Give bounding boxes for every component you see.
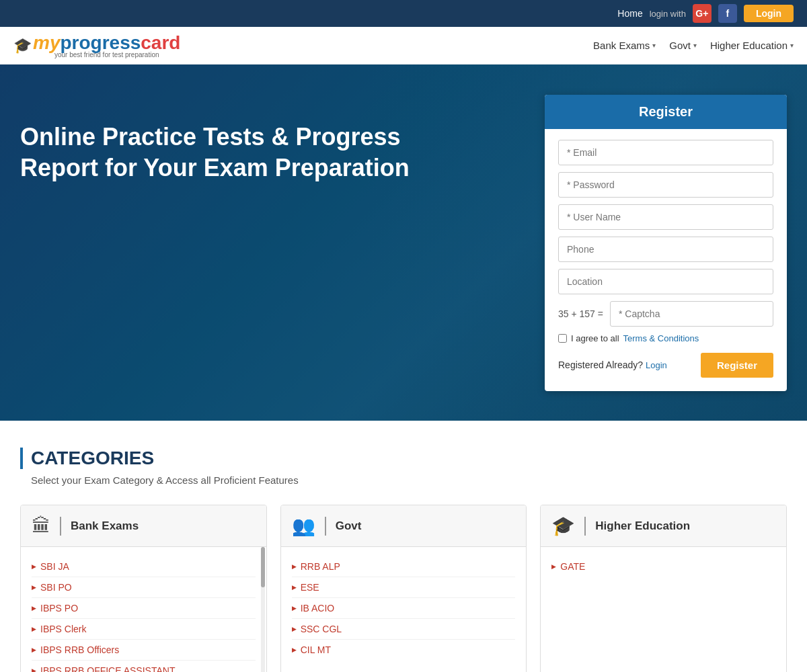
category-divider-2 (584, 517, 586, 536)
hero-section: Online Practice Tests & Progress Report … (0, 65, 807, 421)
email-field[interactable] (558, 140, 773, 165)
terms-prefix: I agree to all (571, 333, 619, 343)
categories-section: CATEGORIES Select your Exam Category & A… (0, 421, 807, 672)
already-text: Registered Already? Login (558, 360, 667, 370)
terms-checkbox[interactable] (558, 334, 567, 343)
terms-row: I agree to all Terms & Conditions (558, 333, 773, 343)
location-field[interactable] (558, 269, 773, 294)
category-body-0: SBI JASBI POIBPS POIBPS ClerkIBPS RRB Of… (21, 547, 266, 672)
list-item[interactable]: SBI PO (32, 577, 256, 598)
home-link[interactable]: Home (617, 8, 642, 19)
category-card-2: 🎓 Higher Education GATE (540, 505, 787, 672)
google-login-button[interactable]: G+ (693, 4, 712, 23)
category-icon-0: 🏛 (32, 515, 50, 537)
category-icon-1: 👥 (292, 515, 315, 537)
categories-subtitle: Select your Exam Category & Access all P… (20, 474, 787, 486)
list-item[interactable]: GATE (551, 556, 775, 577)
list-item[interactable]: ESE (292, 577, 516, 598)
captcha-equation: 35 + 157 = (558, 308, 603, 319)
already-registered-row: Registered Already? Login Register (558, 353, 773, 378)
category-list-2: GATE (541, 547, 786, 668)
top-bar: Home login with G+ f Login (0, 0, 807, 27)
terms-link[interactable]: Terms & Conditions (623, 333, 699, 343)
list-item[interactable]: IBPS RRB OFFICE ASSISTANT (32, 661, 256, 672)
category-divider-0 (60, 517, 61, 536)
bank-exams-arrow: ▾ (652, 42, 656, 49)
navbar: 🎓 myprogresscard your best friend for te… (0, 27, 807, 65)
register-panel: Register 35 + 157 = I agree to all Terms… (545, 95, 787, 391)
hero-text: Online Practice Tests & Progress Report … (20, 95, 457, 185)
category-list-1: RRB ALPESEIB ACIOSSC CGLCIL MT (281, 547, 527, 669)
register-header: Register (545, 95, 787, 129)
hero-headline: Online Practice Tests & Progress Report … (20, 122, 457, 185)
list-item[interactable]: IBPS RRB Officers (32, 640, 256, 661)
category-list-0: SBI JASBI POIBPS POIBPS ClerkIBPS RRB Of… (21, 547, 266, 672)
register-body: 35 + 157 = I agree to all Terms & Condit… (545, 129, 787, 391)
category-card-1: 👥 Govt RRB ALPESEIB ACIOSSC CGLCIL MT (280, 505, 527, 672)
logo: 🎓 myprogresscard your best friend for te… (13, 32, 180, 58)
login-with-label: login with (650, 9, 686, 19)
nav-govt[interactable]: Govt ▾ (669, 40, 697, 51)
register-button[interactable]: Register (701, 353, 773, 378)
logo-card: card (141, 32, 180, 53)
username-field[interactable] (558, 204, 773, 230)
logo-progress: progress (60, 32, 141, 53)
categories-title: CATEGORIES (20, 448, 787, 469)
captcha-input[interactable] (610, 301, 773, 327)
category-icon-2: 🎓 (551, 515, 575, 537)
categories-grid: 🏛 Bank Exams SBI JASBI POIBPS POIBPS Cle… (20, 505, 787, 672)
category-body-1: RRB ALPESEIB ACIOSSC CGLCIL MT (281, 547, 527, 669)
password-field[interactable] (558, 172, 773, 198)
list-item[interactable]: CIL MT (292, 640, 516, 660)
list-item[interactable]: SSC CGL (292, 619, 516, 640)
logo-my: my (33, 32, 60, 53)
list-item[interactable]: RRB ALP (292, 556, 516, 577)
category-card-0: 🏛 Bank Exams SBI JASBI POIBPS POIBPS Cle… (20, 505, 267, 672)
hero-content: Online Practice Tests & Progress Report … (0, 68, 807, 418)
category-divider-1 (325, 517, 326, 536)
categories-heading: CATEGORIES (31, 448, 154, 469)
top-login-button[interactable]: Login (744, 5, 794, 22)
category-header-1: 👥 Govt (281, 505, 527, 547)
category-header-0: 🏛 Bank Exams (21, 505, 266, 547)
list-item[interactable]: IBPS PO (32, 598, 256, 619)
nav-higher-education[interactable]: Higher Education ▾ (710, 40, 794, 51)
phone-field[interactable] (558, 237, 773, 262)
list-item[interactable]: SBI JA (32, 556, 256, 577)
govt-arrow: ▾ (693, 42, 697, 49)
list-item[interactable]: IBPS Clerk (32, 619, 256, 640)
captcha-row: 35 + 157 = (558, 301, 773, 327)
already-login-link[interactable]: Login (646, 360, 667, 370)
nav-bank-exams[interactable]: Bank Exams ▾ (593, 40, 656, 51)
category-header-2: 🎓 Higher Education (541, 505, 786, 547)
logo-sub: your best friend for test preparation (33, 51, 180, 58)
facebook-login-button[interactable]: f (718, 4, 737, 23)
category-name-1: Govt (336, 519, 362, 533)
category-body-2: GATE (541, 547, 786, 668)
category-name-0: Bank Exams (71, 519, 139, 533)
list-item[interactable]: IB ACIO (292, 598, 516, 619)
higher-education-arrow: ▾ (790, 42, 794, 49)
category-name-2: Higher Education (595, 519, 690, 533)
logo-icon: 🎓 (13, 37, 32, 54)
nav-links: Bank Exams ▾ Govt ▾ Higher Education ▾ (593, 40, 794, 51)
